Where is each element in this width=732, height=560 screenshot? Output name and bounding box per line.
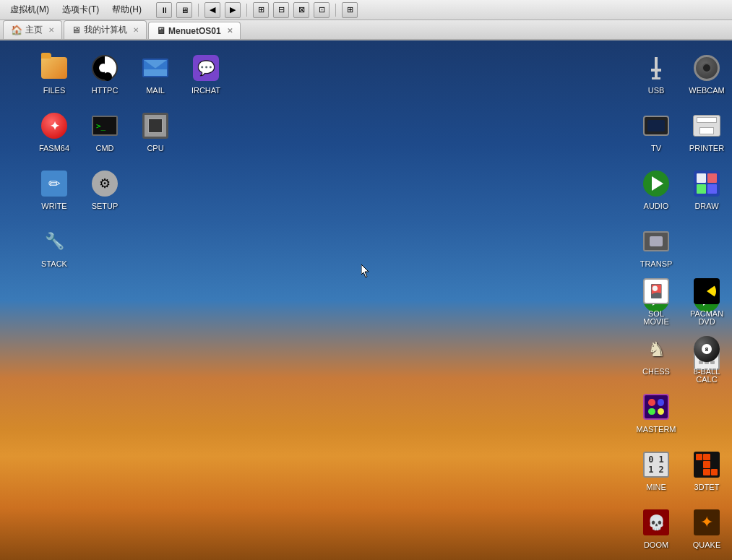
- icon-chess[interactable]: ♞ CHESS: [631, 329, 681, 387]
- tab-home-icon: 🏠: [11, 25, 22, 35]
- icon-write[interactable]: ✏ WRITE: [29, 163, 79, 221]
- icon-printer-label: PRINTER: [687, 143, 726, 154]
- icon-write-label: WRITE: [39, 201, 69, 212]
- icon-cmd-label: CMD: [93, 143, 116, 154]
- icon-printer[interactable]: PRINTER: [681, 105, 732, 163]
- toolbar-btn-1[interactable]: ⏸: [156, 2, 172, 18]
- icon-quake[interactable]: ✦ QUAKE: [681, 502, 732, 560]
- icon-setup-label: SETUP: [90, 201, 121, 212]
- icon-cmd[interactable]: >_ CMD: [79, 105, 130, 163]
- icon-irchat-label: IRCHAT: [189, 85, 223, 96]
- icon-8ball[interactable]: 8 8-BALL: [681, 329, 732, 387]
- desktop: FILES HTTPC: [0, 40, 732, 560]
- empty-slot-1: [181, 105, 231, 163]
- toolbar-btn-7[interactable]: ⊠: [293, 2, 309, 18]
- toolbar-sep-3: [335, 4, 336, 17]
- icon-fasm64-label: FASM64: [37, 143, 72, 154]
- toolbar-btn-6[interactable]: ⊟: [273, 2, 289, 18]
- icon-webcam[interactable]: WEBCAM: [681, 48, 732, 105]
- icon-stack[interactable]: 🔧 STACK: [29, 221, 79, 279]
- tab-home-close[interactable]: ✕: [48, 26, 54, 34]
- icon-grid-bottom-right: 🎴 SOL PACMAN ♞: [631, 271, 732, 560]
- icon-3dtet[interactable]: 3DTET: [681, 444, 732, 502]
- toolbar-btn-5[interactable]: ⊞: [253, 2, 269, 18]
- vm-content: FILES HTTPC: [0, 40, 732, 560]
- icon-webcam-label: WEBCAM: [686, 85, 727, 96]
- icon-cpu[interactable]: CPU: [130, 105, 181, 163]
- icon-httpc-label: HTTPC: [90, 85, 121, 96]
- icon-irchat[interactable]: 💬 IRCHAT: [181, 48, 231, 105]
- icon-mail-label: MAIL: [144, 85, 167, 96]
- icon-fasm64[interactable]: ✦ FASM64: [29, 105, 79, 163]
- icon-pacman-label: PACMAN: [688, 309, 725, 319]
- icon-3dtet-label: 3DTET: [692, 482, 722, 493]
- tab-mycomputer[interactable]: 🖥 我的计算机 ✕: [64, 20, 147, 39]
- toolbar-btn-4[interactable]: ▶: [225, 2, 241, 18]
- tab-mycomputer-label: 我的计算机: [84, 24, 127, 36]
- icon-grid-left: FILES HTTPC: [29, 48, 231, 279]
- toolbar-btn-9[interactable]: ⊞: [342, 2, 358, 18]
- icon-audio[interactable]: AUDIO: [631, 163, 681, 221]
- icon-mail[interactable]: MAIL: [130, 48, 181, 105]
- icon-usb[interactable]: USB: [631, 48, 681, 105]
- icon-doom[interactable]: 💀 DOOM: [631, 502, 681, 560]
- icon-stack-label: STACK: [39, 259, 69, 270]
- icon-doom-label: DOOM: [642, 540, 671, 551]
- icon-tv[interactable]: TV: [631, 105, 681, 163]
- toolbar-btn-3[interactable]: ◀: [204, 2, 220, 18]
- icon-cpu-label: CPU: [145, 143, 165, 154]
- icon-sol[interactable]: 🎴 SOL: [631, 271, 681, 329]
- icon-files[interactable]: FILES: [29, 48, 79, 105]
- svg-marker-0: [361, 264, 369, 277]
- tab-mycomputer-close[interactable]: ✕: [133, 26, 139, 34]
- icon-masterm[interactable]: MASTERM: [631, 387, 681, 444]
- empty-slot-3: [181, 163, 231, 221]
- tab-home[interactable]: 🏠 主页 ✕: [3, 20, 62, 39]
- icon-files-label: FILES: [41, 85, 68, 96]
- toolbar-btn-2[interactable]: 🖥: [176, 2, 192, 18]
- icon-draw-label: DRAW: [692, 201, 720, 212]
- menu-help[interactable]: 帮助(H): [106, 2, 147, 17]
- icon-draw[interactable]: DRAW: [681, 163, 732, 221]
- icon-usb-label: USB: [646, 85, 667, 96]
- titlebar: 虚拟机(M) 选项卡(T) 帮助(H) ⏸ 🖥 ◀ ▶ ⊞ ⊟ ⊠ ⊡ ⊞: [0, 0, 732, 20]
- tab-menuetos-label: MenuetOS01: [168, 26, 221, 36]
- menu-tabs[interactable]: 选项卡(T): [56, 2, 105, 17]
- vm-window: 虚拟机(M) 选项卡(T) 帮助(H) ⏸ 🖥 ◀ ▶ ⊞ ⊟ ⊠ ⊡ ⊞ 🏠 …: [0, 0, 732, 560]
- icon-chess-label: CHESS: [640, 366, 672, 377]
- icon-8ball-label: 8-BALL: [692, 366, 723, 377]
- menu-vm[interactable]: 虚拟机(M): [4, 2, 55, 17]
- tab-menuetos-icon: 🖥: [156, 25, 165, 36]
- yinyang-icon: [92, 55, 118, 81]
- icon-pacman[interactable]: PACMAN: [681, 271, 732, 329]
- tab-mycomputer-icon: 🖥: [72, 25, 81, 35]
- tab-menuetos[interactable]: 🖥 MenuetOS01 ✕: [148, 22, 241, 39]
- icon-audio-label: AUDIO: [642, 201, 671, 212]
- tab-menuetos-close[interactable]: ✕: [227, 27, 233, 35]
- empty-slot-b1: [681, 387, 732, 444]
- toolbar-sep-1: [198, 4, 199, 17]
- toolbar-btn-8[interactable]: ⊡: [314, 2, 330, 18]
- icon-setup[interactable]: ⚙ SETUP: [79, 163, 130, 221]
- tabs-bar: 🏠 主页 ✕ 🖥 我的计算机 ✕ 🖥 MenuetOS01 ✕: [0, 20, 732, 40]
- icon-transp-label: TRANSP: [638, 259, 675, 270]
- icon-sol-label: SOL: [646, 309, 666, 319]
- icon-mine[interactable]: 0 11 2 MINE: [631, 444, 681, 502]
- empty-slot-r1: [681, 221, 732, 279]
- toolbar: ⏸ 🖥 ◀ ▶ ⊞ ⊟ ⊠ ⊡ ⊞: [156, 2, 358, 18]
- icon-httpc[interactable]: HTTPC: [79, 48, 130, 105]
- icon-masterm-label: MASTERM: [634, 424, 679, 435]
- icon-quake-label: QUAKE: [691, 540, 723, 551]
- icon-mine-label: MINE: [644, 482, 668, 493]
- empty-slot-2: [130, 163, 181, 221]
- icon-transp[interactable]: TRANSP: [631, 221, 681, 279]
- menu-bar: 虚拟机(M) 选项卡(T) 帮助(H): [4, 2, 147, 17]
- tab-home-label: 主页: [25, 24, 43, 36]
- toolbar-sep-2: [246, 4, 247, 17]
- icon-tv-label: TV: [649, 143, 663, 154]
